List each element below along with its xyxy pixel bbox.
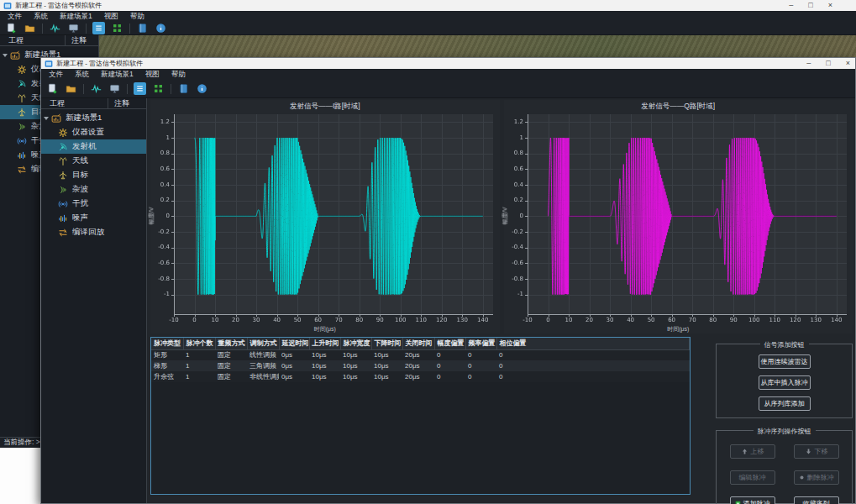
table-cell: 0 [465, 371, 496, 382]
signal-add-button-0[interactable]: 使用连续波雷达 [759, 354, 811, 369]
antenna-icon [58, 156, 68, 166]
table-header-cell[interactable]: 脉冲个数 [183, 338, 215, 349]
menu-item-3[interactable]: 视图 [104, 12, 118, 22]
expander-icon[interactable] [3, 54, 8, 57]
table-header-cell[interactable]: 频率偏置 [465, 338, 496, 349]
table-header-cell[interactable]: 脉冲宽度 [340, 338, 371, 349]
app-icon [45, 60, 53, 67]
tree-item-antenna[interactable]: 天线 [41, 154, 146, 168]
toolbar-notebook-icon[interactable] [136, 22, 149, 34]
fw-close-button[interactable]: × [846, 58, 850, 69]
tree-item-target[interactable]: 目标 [41, 168, 146, 182]
table-row[interactable]: 升余弦1固定非线性调频0μs10μs10μs10μs20μs000 [151, 371, 690, 382]
table-cell: 10μs [371, 360, 402, 371]
add-square-icon [735, 500, 741, 504]
table-header-cell[interactable]: 调制方式 [247, 338, 279, 349]
table-header-cell[interactable]: 上升时间 [309, 338, 340, 349]
chart-i-title: 发射信号——I路[时域] [150, 100, 500, 111]
tree-item-label: 编译回放 [72, 227, 104, 238]
chart-q-canvas[interactable] [504, 111, 853, 325]
bg-minimize-button[interactable]: – [789, 0, 793, 11]
fw-project-tree-panel: 工程 注释 新建场景1仪器设置发射机天线目标杂波干扰噪声编译回放 [41, 98, 147, 503]
table-cell: 固定 [215, 349, 247, 360]
table-cell: 0 [434, 360, 465, 371]
button-label: 从库中插入脉冲 [761, 378, 808, 387]
toolbar-monitor-icon[interactable] [67, 22, 80, 34]
table-header-cell[interactable]: 幅度偏置 [434, 338, 465, 349]
toolbar-grid-dots-icon[interactable] [152, 82, 165, 95]
toolbar-separator [42, 24, 43, 34]
toolbar-grid-dots-icon[interactable] [111, 22, 123, 34]
pulse-op-button-1[interactable]: 下移 [794, 444, 839, 459]
pulse-op-button-4[interactable]: 添加脉冲 [730, 496, 775, 504]
menu-item-0[interactable]: 文件 [8, 12, 22, 22]
menu-item-4[interactable]: 帮助 [130, 12, 144, 22]
toolbar-info-icon[interactable] [196, 82, 208, 95]
tree-item-noise[interactable]: 噪声 [41, 211, 146, 225]
clutter-icon [58, 185, 68, 195]
tree-item-transmitter[interactable]: 发射机 [41, 139, 146, 154]
menu-item-2[interactable]: 新建场景1 [101, 70, 134, 80]
table-cell: 0 [434, 371, 465, 382]
transmitter-icon [17, 79, 27, 89]
menu-item-4[interactable]: 帮助 [171, 70, 186, 80]
toolbar-waveform-icon[interactable] [49, 22, 61, 34]
table-cell: 升余弦 [151, 371, 183, 382]
toolbar-separator [83, 84, 84, 94]
fw-window-title: 新建工程 - 雷达信号模拟软件 [56, 59, 143, 68]
toolbar-open-folder-icon[interactable] [24, 22, 36, 34]
signal-add-button-1[interactable]: 从库中插入脉冲 [759, 375, 811, 390]
tree-item-gear[interactable]: 仪器设置 [41, 125, 146, 139]
noise-icon [58, 213, 68, 223]
bg-tree-col-note: 注释 [66, 35, 98, 45]
pulse-op-button-5[interactable]: 收藏序列 [794, 496, 839, 504]
table-cell: 0 [465, 360, 496, 371]
fw-maximize-button[interactable]: □ [826, 58, 830, 69]
toolbar-monitor-icon[interactable] [108, 82, 121, 95]
clutter-icon [17, 122, 27, 132]
toolbar-new-file-icon[interactable] [5, 22, 18, 34]
toolbar-waveform-icon[interactable] [90, 82, 102, 95]
toolbar-new-file-icon[interactable] [46, 82, 59, 95]
table-row[interactable]: 梯形1固定三角调频0μs10μs10μs10μs20μs000 [151, 360, 690, 371]
tree-item-playback[interactable]: 编译回放 [41, 225, 146, 239]
pulse-op-button-2[interactable]: 编辑脉冲 [730, 470, 775, 485]
expander-icon[interactable] [44, 117, 49, 120]
toolbar-open-folder-icon[interactable] [65, 82, 77, 95]
signal-add-button-2[interactable]: 从序列库添加 [759, 396, 811, 411]
menu-item-3[interactable]: 视图 [145, 70, 160, 80]
toolbar-list-view-icon[interactable] [92, 22, 105, 34]
toolbar-notebook-icon[interactable] [177, 82, 190, 95]
toolbar-list-view-icon[interactable] [134, 82, 146, 95]
menu-item-1[interactable]: 系统 [75, 70, 89, 80]
chart-i-canvas[interactable] [150, 111, 500, 325]
table-cell: 梯形 [151, 360, 183, 371]
menu-item-1[interactable]: 系统 [34, 12, 48, 22]
table-cell: 0 [465, 349, 496, 360]
chart-panel-i: 发射信号——I路[时域] 时间(μs) 幅度/V [150, 100, 500, 333]
menu-item-0[interactable]: 文件 [49, 70, 63, 80]
table-header-cell[interactable]: 关闭时间 [402, 338, 434, 349]
button-label: 使用连续波雷达 [761, 357, 808, 366]
fw-toolbar [41, 80, 855, 98]
bg-maximize-button[interactable]: □ [808, 0, 812, 11]
pulse-op-button-0[interactable]: 上移 [730, 444, 775, 459]
table-cell: 10μs [309, 349, 340, 360]
table-header-cell[interactable]: 相位偏置 [496, 338, 690, 349]
tree-item-clutter[interactable]: 杂波 [41, 182, 146, 197]
tree-item-jam[interactable]: 干扰 [41, 197, 146, 211]
table-header-cell[interactable]: 延迟时间 [279, 338, 309, 349]
pulse-table: 脉冲类型脉冲个数重频方式调制方式延迟时间上升时间脉冲宽度下降时间关闭时间幅度偏置… [150, 337, 691, 495]
table-header-cell[interactable]: 重频方式 [215, 338, 247, 349]
pulse-op-button-3[interactable]: 删除脉冲 [794, 470, 839, 485]
bg-close-button[interactable]: × [828, 0, 832, 11]
menu-item-2[interactable]: 新建场景1 [60, 12, 92, 22]
fw-tree-col-note: 注释 [108, 98, 146, 108]
fw-minimize-button[interactable]: – [806, 58, 811, 69]
table-header-cell[interactable]: 脉冲类型 [151, 338, 183, 349]
toolbar-info-icon[interactable] [155, 22, 167, 34]
table-cell: 固定 [215, 371, 247, 382]
table-row[interactable]: 矩形1固定线性调频0μs10μs10μs10μs20μs000 [151, 349, 690, 360]
table-header-cell[interactable]: 下降时间 [371, 338, 402, 349]
tree-item-scene[interactable]: 新建场景1 [41, 111, 146, 125]
